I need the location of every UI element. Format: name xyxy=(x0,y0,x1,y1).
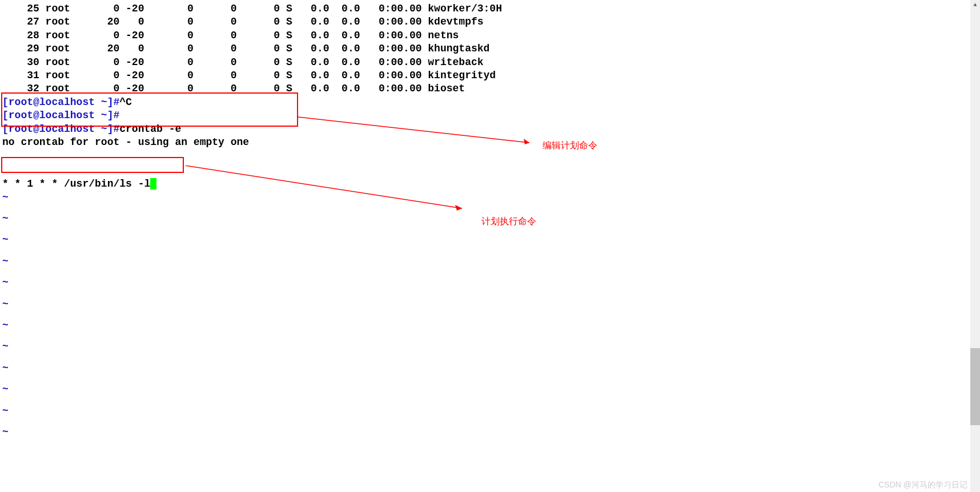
scrollbar[interactable]: ▲ xyxy=(970,0,980,492)
process-row: 32 root 0 -20 0 0 0 S 0.0 0.0 0:00.00 bi… xyxy=(0,82,980,95)
prompt-line-crontab[interactable]: [root@localhost ~]#crontab -e xyxy=(0,123,980,136)
annotation-label-1: 编辑计划命令 xyxy=(543,140,597,152)
annotation-label-2: 计划执行命令 xyxy=(481,216,536,228)
editor-tilde-line: ~ xyxy=(0,383,980,396)
prompt-line-interrupt: [root@localhost ~]#^C xyxy=(0,96,980,109)
editor-tilde-line: ~ xyxy=(0,426,980,439)
editor-tilde-line: ~ xyxy=(0,255,980,268)
editor-tilde-line: ~ xyxy=(0,405,980,418)
process-row: 29 root 20 0 0 0 0 S 0.0 0.0 0:00.00 khu… xyxy=(0,42,980,55)
interrupt-text: ^C xyxy=(119,96,132,108)
process-row: 28 root 0 -20 0 0 0 S 0.0 0.0 0:00.00 ne… xyxy=(0,29,980,42)
scrollbar-thumb[interactable] xyxy=(970,348,980,425)
crontab-entry-line[interactable]: * * 1 * * /usr/bin/ls -l xyxy=(0,178,980,191)
prompt-line-empty: [root@localhost ~]# xyxy=(0,109,980,122)
editor-tilde-line: ~ xyxy=(0,340,980,353)
editor-tilde-line: ~ xyxy=(0,319,980,332)
process-row: 31 root 0 -20 0 0 0 S 0.0 0.0 0:00.00 ki… xyxy=(0,69,980,82)
prompt: [root@localhost ~]# xyxy=(2,123,119,135)
watermark-text: CSDN @河马的学习日记 xyxy=(878,479,967,490)
process-list: 25 root 0 -20 0 0 0 S 0.0 0.0 0:00.00 kw… xyxy=(0,2,980,96)
editor-tilde-line: ~ xyxy=(0,362,980,375)
cursor-icon xyxy=(150,178,156,189)
editor-tilde-line: ~ xyxy=(0,298,980,311)
process-row: 27 root 20 0 0 0 0 S 0.0 0.0 0:00.00 kde… xyxy=(0,15,980,29)
editor-tilde-line: ~ xyxy=(0,276,980,289)
crontab-command: crontab -e xyxy=(119,123,181,135)
process-row: 25 root 0 -20 0 0 0 S 0.0 0.0 0:00.00 kw… xyxy=(0,2,980,15)
prompt: [root@localhost ~]# xyxy=(2,110,119,121)
process-row: 30 root 0 -20 0 0 0 S 0.0 0.0 0:00.00 wr… xyxy=(0,56,980,69)
scrollbar-up-icon[interactable]: ▲ xyxy=(970,0,980,10)
crontab-response: no crontab for root - using an empty one xyxy=(0,136,980,149)
editor-tilde-line: ~ xyxy=(0,191,980,204)
editor-tilde-line: ~ xyxy=(0,233,980,247)
prompt: [root@localhost ~]# xyxy=(2,96,119,108)
